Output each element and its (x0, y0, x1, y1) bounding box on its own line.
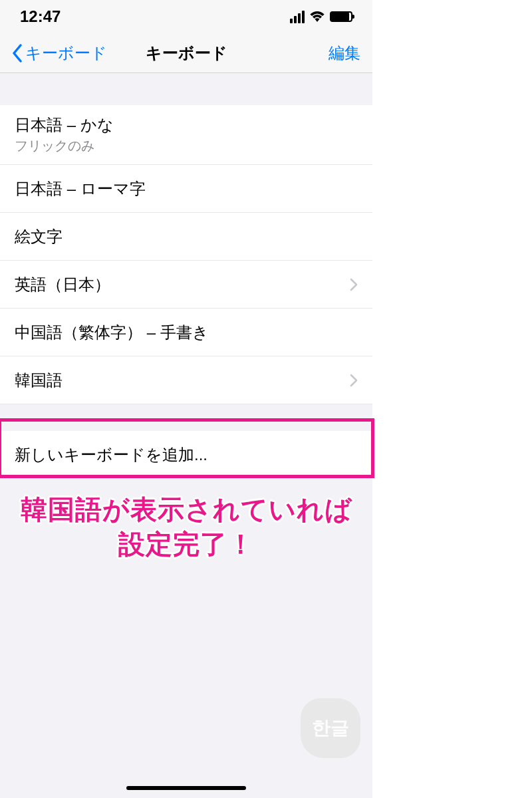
add-keyboard-section: 新しいキーボードを追加... (0, 431, 372, 479)
list-item[interactable]: 中国語（繁体字） – 手書き (0, 309, 372, 356)
keyboard-title: 日本語 – かな (15, 114, 114, 136)
chevron-right-icon (350, 278, 358, 291)
add-keyboard-button[interactable]: 新しいキーボードを追加... (0, 431, 372, 479)
annotation-line1: 韓国語が表示されていれば (0, 492, 372, 527)
keyboard-title: 英語（日本） (15, 274, 110, 295)
list-item[interactable]: 日本語 – ローマ字 (0, 165, 372, 213)
chevron-left-icon (12, 44, 23, 63)
add-keyboard-label: 新しいキーボードを追加... (15, 444, 207, 466)
back-label: キーボード (25, 43, 107, 64)
annotation-text: 韓国語が表示されていれば 設定完了！ (0, 492, 372, 561)
watermark-logo: 한글 (301, 698, 360, 758)
annotation-line2: 設定完了！ (0, 527, 372, 561)
right-margin (372, 0, 532, 798)
list-item-korean[interactable]: 韓国語 (0, 356, 372, 404)
wifi-icon (310, 11, 325, 22)
page-title: キーボード (146, 43, 227, 64)
keyboard-title: 韓国語 (15, 370, 63, 391)
keyboard-subtitle: フリックのみ (15, 137, 114, 155)
list-item[interactable]: 英語（日本） (0, 261, 372, 309)
back-button[interactable]: キーボード (12, 43, 107, 64)
keyboard-title: 日本語 – ローマ字 (15, 178, 146, 200)
edit-button[interactable]: 編集 (329, 43, 360, 64)
status-icons (290, 11, 352, 23)
section-spacer (0, 73, 372, 105)
keyboard-title: 絵文字 (15, 226, 63, 247)
status-time: 12:47 (20, 7, 61, 26)
list-item[interactable]: 日本語 – かな フリックのみ (0, 105, 372, 165)
home-indicator[interactable] (126, 786, 246, 790)
keyboard-title: 中国語（繁体字） – 手書き (15, 322, 209, 343)
section-spacer (0, 404, 372, 431)
nav-bar: キーボード キーボード 編集 (0, 33, 372, 73)
cellular-signal-icon (290, 11, 305, 23)
chevron-right-icon (350, 374, 358, 387)
battery-icon (330, 11, 352, 22)
keyboard-list: 日本語 – かな フリックのみ 日本語 – ローマ字 絵文字 英語（日本） 中国… (0, 105, 372, 404)
list-item[interactable]: 絵文字 (0, 213, 372, 261)
status-bar: 12:47 (0, 0, 372, 33)
